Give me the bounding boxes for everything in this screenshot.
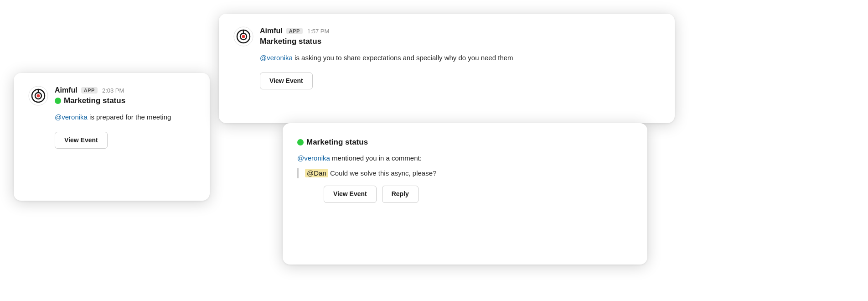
card3-title: Marketing status xyxy=(297,138,633,147)
card1-btn-row: View Event xyxy=(55,132,195,149)
scene: Aimful APP 2:03 PM Marketing status @ver… xyxy=(0,0,868,301)
card2-header-text: Aimful APP 1:57 PM Marketing status xyxy=(260,27,329,46)
card2-sender: Aimful xyxy=(260,27,283,35)
svg-point-3 xyxy=(37,94,40,98)
card3-reply-button[interactable]: Reply xyxy=(382,186,418,203)
card1-meta: Aimful APP 2:03 PM xyxy=(55,86,125,94)
card2-badge: APP xyxy=(286,28,303,34)
card3-quote-text: Could we solve this async, please? xyxy=(328,169,437,177)
card1-mention: @veronika xyxy=(55,113,88,121)
card2-body-text: is asking you to share expectations and … xyxy=(293,54,513,62)
card2-meta: Aimful APP 1:57 PM xyxy=(260,27,329,35)
card2-mention: @veronika xyxy=(260,54,293,62)
svg-point-8 xyxy=(242,35,245,38)
card2-time: 1:57 PM xyxy=(307,28,329,35)
card2-header: Aimful APP 1:57 PM Marketing status xyxy=(233,26,660,47)
card-2: Aimful APP 1:57 PM Marketing status @ver… xyxy=(219,14,675,123)
card3-mention: @veronika xyxy=(297,154,330,162)
card2-btn-row: View Event xyxy=(260,73,660,90)
card3-quote-mention: @Dan xyxy=(305,169,328,177)
aimful-logo-icon xyxy=(28,86,48,106)
card2-title: Marketing status xyxy=(260,37,329,46)
card1-sender: Aimful xyxy=(55,86,78,94)
card3-body: @veronika mentioned you in a comment: @D… xyxy=(297,153,633,178)
card1-body: @veronika is prepared for the meeting xyxy=(55,112,195,123)
card2-view-event-button[interactable]: View Event xyxy=(260,73,313,90)
card1-header: Aimful APP 2:03 PM Marketing status xyxy=(28,86,195,106)
card1-body-text: is prepared for the meeting xyxy=(88,113,171,121)
card3-body-text: mentioned you in a comment: xyxy=(330,154,422,162)
card3-btn-row: View Event Reply xyxy=(324,186,633,203)
card1-time: 2:03 PM xyxy=(102,87,124,94)
card3-view-event-button[interactable]: View Event xyxy=(324,186,377,203)
card-3: Marketing status @veronika mentioned you… xyxy=(283,123,647,265)
card3-green-dot xyxy=(297,139,304,145)
card1-view-event-button[interactable]: View Event xyxy=(55,132,108,149)
card1-title: Marketing status xyxy=(55,96,125,105)
card2-body: @veronika is asking you to share expecta… xyxy=(260,53,660,63)
aimful-logo-icon-2 xyxy=(233,26,253,47)
card-1: Aimful APP 2:03 PM Marketing status @ver… xyxy=(14,73,210,201)
card1-badge: APP xyxy=(81,87,98,93)
card3-quote: @Dan Could we solve this async, please? xyxy=(297,168,633,179)
card1-green-dot xyxy=(55,98,61,104)
card1-header-text: Aimful APP 2:03 PM Marketing status xyxy=(55,86,125,105)
